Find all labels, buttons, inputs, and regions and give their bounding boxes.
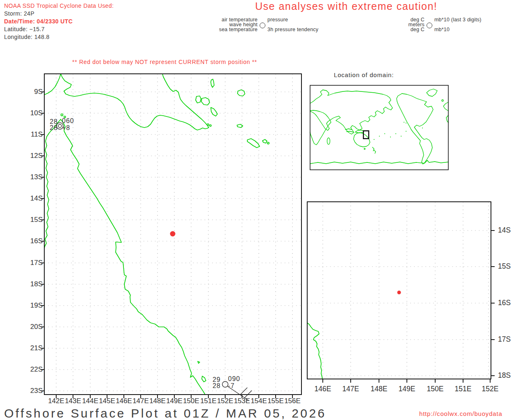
zoom-inset-ticks xyxy=(323,231,495,383)
main-lat-label: 12S xyxy=(16,152,43,160)
main-lon-label: 143E xyxy=(63,397,83,405)
legend-unit-tendency: mb*10 xyxy=(434,27,450,32)
world-map-border xyxy=(310,85,448,170)
main-lat-label: 21S xyxy=(16,344,43,352)
main-lat-label: 20S xyxy=(16,323,43,331)
zoom-inset-border xyxy=(307,202,491,379)
world-europe-wrap xyxy=(443,102,448,123)
island-icon xyxy=(210,125,211,126)
page-title: Offshore Surface Plot at 01Z / MAR 05, 2… xyxy=(4,406,326,420)
noaa-data-line: NOAA SSD Tropical Cyclone Data Used: xyxy=(4,2,114,9)
legend-unit-pressure: mb*10 (last 3 digits) xyxy=(434,17,482,23)
world-coast-eurasia xyxy=(310,90,393,134)
world-greenland xyxy=(427,89,437,96)
source-url[interactable]: http://coolwx.com/buoydata xyxy=(419,410,502,417)
longitude-line: Longitude: 148.8 xyxy=(4,34,50,40)
station-plots xyxy=(57,123,252,401)
zoom-inset-map xyxy=(307,202,495,383)
main-lat-label: 11S xyxy=(16,130,43,139)
latitude-line: Latitude: −15.7 xyxy=(4,26,45,32)
coastline-queensland-east xyxy=(61,119,205,395)
world-new-zealand xyxy=(372,147,376,153)
station-circle-icon xyxy=(427,23,432,28)
station1-sea-temp: 28 xyxy=(41,124,58,132)
inset-lat-label: 16S xyxy=(498,299,511,307)
island-icon xyxy=(267,142,269,144)
legend-pressure: pressure xyxy=(267,17,288,23)
storm-id-line: Storm: 24P xyxy=(4,10,34,17)
main-lat-label: 17S xyxy=(16,259,43,267)
inset-lon-label: 146E xyxy=(312,385,334,393)
station2-sea-temp: 28 xyxy=(204,382,221,390)
main-lat-label: 23S xyxy=(16,387,43,395)
main-lat-label: 19S xyxy=(16,301,43,310)
storm-dot xyxy=(170,231,176,237)
main-lat-label: 9S xyxy=(16,88,43,96)
inset-lon-label: 149E xyxy=(396,385,418,393)
inset-lon-label: 150E xyxy=(424,385,446,393)
inset-lon-label: 152E xyxy=(479,385,501,393)
world-tasmania xyxy=(364,148,365,150)
world-coast-australia xyxy=(354,132,370,147)
station-circle-icon xyxy=(222,381,228,387)
domain-locator-map xyxy=(310,85,448,170)
world-pacific-islands xyxy=(374,122,423,140)
inset-lat-label: 14S xyxy=(498,226,511,235)
island-icon xyxy=(61,114,63,116)
island-icon xyxy=(207,124,209,126)
datetime-line: Date/Time: 04/2330 UTC xyxy=(4,18,73,25)
main-lon-label: 156E xyxy=(283,397,302,405)
inset-lon-label: 147E xyxy=(340,385,362,393)
main-lat-label: 10S xyxy=(16,109,43,117)
main-lon-label: 150E xyxy=(181,397,201,405)
domain-inset-title: Location of domain: xyxy=(334,71,394,78)
caution-banner: Use analyses with extreme caution! xyxy=(255,0,437,12)
station2-pressure: 090 xyxy=(228,375,240,383)
main-lat-label: 18S xyxy=(16,280,43,288)
main-lat-label: 15S xyxy=(16,216,43,224)
station-circle-icon xyxy=(260,23,265,28)
storm-position-warning: ** Red dot below may NOT represent CURRE… xyxy=(72,59,257,65)
zoom-inset-coastline xyxy=(307,323,322,379)
station1-tendency: +8 xyxy=(62,124,70,132)
legend-sea-temperature: sea temperature xyxy=(176,27,258,32)
main-lat-label: 16S xyxy=(16,237,43,245)
main-lat-label: 13S xyxy=(16,173,43,181)
world-madagascar xyxy=(327,138,330,144)
inset-lon-label: 148E xyxy=(368,385,390,393)
world-coast-africa xyxy=(310,110,331,145)
station2-tendency: -7 xyxy=(228,382,235,390)
legend-unit-sea: deg C xyxy=(363,27,425,32)
main-lat-label: 22S xyxy=(16,365,43,374)
world-uk xyxy=(442,100,443,101)
coastline-queensland-west xyxy=(44,119,61,249)
zoom-inset-grid xyxy=(307,202,491,379)
inset-lat-label: 18S xyxy=(498,371,511,380)
world-antarctica xyxy=(310,160,448,164)
main-map-ticks xyxy=(41,92,292,398)
zoom-inset-storm-dot xyxy=(397,291,401,294)
legend-pressure-tendency: 3h pressure tendency xyxy=(267,27,318,32)
main-map xyxy=(41,74,301,401)
inset-lat-label: 15S xyxy=(498,262,511,271)
main-lat-label: 14S xyxy=(16,194,43,203)
world-coast-americas xyxy=(397,94,433,164)
inset-lat-label: 17S xyxy=(498,335,511,344)
inset-lon-label: 151E xyxy=(452,385,474,393)
offshore-surface-plot-page: NOAA SSD Tropical Cyclone Data Used: Sto… xyxy=(0,0,525,420)
station1-pressure: 060 xyxy=(62,117,74,125)
station-inner-circle-icon xyxy=(58,124,62,128)
